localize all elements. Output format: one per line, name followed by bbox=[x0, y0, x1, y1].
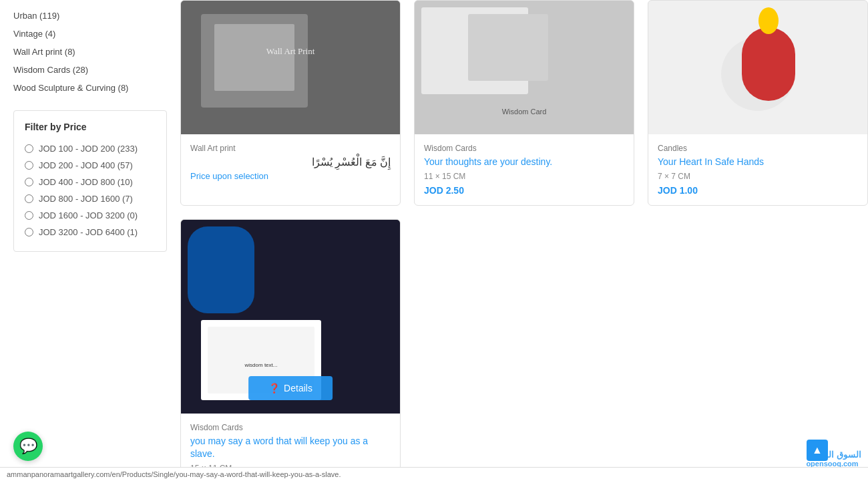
svg-text:wisdom text...: wisdom text... bbox=[244, 362, 278, 368]
sidebar-category[interactable]: Urban (119) bbox=[13, 7, 167, 25]
price-filter-option[interactable]: JOD 800 - JOD 1600 (7) bbox=[25, 190, 156, 207]
filter-by-price-section: Filter by Price JOD 100 - JOD 200 (233) … bbox=[13, 110, 167, 252]
price-filter-radio[interactable] bbox=[25, 161, 33, 170]
price-filter-radio[interactable] bbox=[25, 194, 33, 203]
card-body: Wisdom Cards Your thoughts are your dest… bbox=[415, 134, 634, 205]
product-category: Wall Art print bbox=[190, 144, 391, 153]
price-filter-option[interactable]: JOD 3200 - JOD 6400 (1) bbox=[25, 224, 156, 240]
product-card: Wall Art Print Wall Art print إِنَّ مَعَ… bbox=[180, 0, 401, 206]
price-filter-label: JOD 200 - JOD 400 (57) bbox=[39, 160, 133, 170]
details-button[interactable]: ❓ Details bbox=[248, 376, 333, 400]
price-filter-label: JOD 1600 - JOD 3200 (0) bbox=[39, 210, 138, 220]
product-image bbox=[648, 1, 867, 134]
price-filter-radio[interactable] bbox=[25, 228, 33, 236]
price-upon-selection: Price upon selection bbox=[190, 171, 391, 181]
price-filter-option[interactable]: JOD 1600 - JOD 3200 (0) bbox=[25, 207, 156, 224]
product-price: JOD 2.50 bbox=[424, 185, 624, 196]
svg-point-11 bbox=[758, 7, 779, 34]
product-category: Wisdom Cards bbox=[424, 144, 624, 153]
card-body: Wall Art print إِنَّ مَعَ الْعُسْرِ يُسْ… bbox=[181, 134, 400, 190]
main-content: Wall Art Print Wall Art print إِنَّ مَعَ… bbox=[180, 0, 868, 481]
svg-rect-2 bbox=[214, 24, 294, 91]
scroll-to-top-button[interactable]: ▲ bbox=[807, 440, 828, 461]
product-title-arabic: إِنَّ مَعَ الْعُسْرِ يُسْرًا bbox=[190, 156, 391, 168]
product-category: Wisdom Cards bbox=[190, 423, 391, 432]
product-category: Candles bbox=[658, 144, 858, 153]
details-icon: ❓ bbox=[268, 383, 280, 393]
filter-title: Filter by Price bbox=[25, 122, 156, 132]
svg-text:Wisdom Card: Wisdom Card bbox=[502, 108, 547, 116]
product-image: Wall Art Print bbox=[181, 1, 400, 134]
product-card: Wisdom Card Wisdom Cards Your thoughts a… bbox=[414, 0, 634, 206]
sidebar-category[interactable]: Wall Art print (8) bbox=[13, 43, 167, 61]
bottom-url: ammanpanoramaartgallery.com/en/Products/… bbox=[7, 470, 341, 478]
price-filter-label: JOD 3200 - JOD 6400 (1) bbox=[39, 227, 138, 237]
product-image: Wisdom Card bbox=[415, 1, 634, 134]
sidebar: Urban (119)Vintage (4)Wall Art print (8)… bbox=[0, 0, 180, 481]
product-title[interactable]: you may say a word that will keep you as… bbox=[190, 435, 391, 461]
product-image: wisdom text... ❓ Details bbox=[181, 220, 400, 414]
sidebar-category[interactable]: Vintage (4) bbox=[13, 25, 167, 43]
price-filter-label: JOD 100 - JOD 200 (233) bbox=[39, 144, 138, 154]
price-filter-radio[interactable] bbox=[25, 211, 33, 220]
details-label: Details bbox=[284, 383, 312, 393]
price-filter-label: JOD 800 - JOD 1600 (7) bbox=[39, 194, 133, 204]
product-card: wisdom text... ❓ Details Wisdom Cards yo… bbox=[180, 219, 401, 481]
price-filter-option[interactable]: JOD 200 - JOD 400 (57) bbox=[25, 157, 156, 174]
product-card: Candles Your Heart In Safe Hands 7 × 7 C… bbox=[648, 0, 868, 206]
whatsapp-icon: 💬 bbox=[19, 438, 37, 455]
price-filter-radio[interactable] bbox=[25, 178, 33, 186]
product-title[interactable]: Your Heart In Safe Hands bbox=[658, 156, 858, 169]
svg-text:Wall Art Print: Wall Art Print bbox=[266, 46, 315, 56]
bottom-bar: ammanpanoramaartgallery.com/en/Products/… bbox=[0, 467, 868, 481]
product-dimensions: 11 × 15 CM bbox=[424, 172, 624, 181]
sidebar-category[interactable]: Wisdom Cards (28) bbox=[13, 61, 167, 79]
product-title[interactable]: Your thoughts are your destiny. bbox=[424, 156, 624, 169]
sidebar-category[interactable]: Wood Sculpture & Curving (8) bbox=[13, 79, 167, 97]
product-price: JOD 1.00 bbox=[658, 185, 858, 196]
svg-rect-6 bbox=[468, 14, 548, 81]
product-dimensions: 7 × 7 CM bbox=[658, 172, 858, 181]
svg-rect-10 bbox=[742, 27, 795, 101]
svg-rect-16 bbox=[188, 226, 254, 313]
price-filter-label: JOD 400 - JOD 800 (10) bbox=[39, 177, 133, 187]
whatsapp-button[interactable]: 💬 bbox=[13, 432, 43, 461]
price-filter-option[interactable]: JOD 400 - JOD 800 (10) bbox=[25, 174, 156, 190]
product-grid: Wall Art Print Wall Art print إِنَّ مَعَ… bbox=[180, 0, 868, 481]
price-filter-radio[interactable] bbox=[25, 144, 33, 153]
card-body: Candles Your Heart In Safe Hands 7 × 7 C… bbox=[648, 134, 867, 205]
price-filter-option[interactable]: JOD 100 - JOD 200 (233) bbox=[25, 140, 156, 157]
